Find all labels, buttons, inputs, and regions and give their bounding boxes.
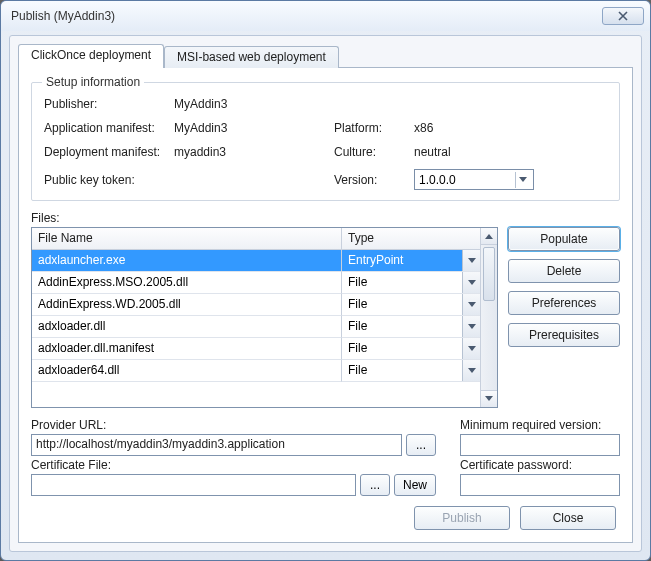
- setup-legend: Setup information: [42, 75, 144, 89]
- populate-button[interactable]: Populate: [508, 227, 620, 251]
- publish-button[interactable]: Publish: [414, 506, 510, 530]
- files-table[interactable]: File Name Type adxlauncher.exeEntryPoint…: [31, 227, 498, 408]
- files-header: File Name Type: [32, 228, 480, 250]
- chevron-down-icon[interactable]: [462, 272, 480, 293]
- chevron-down-icon[interactable]: [462, 360, 480, 381]
- file-type-value: File: [342, 316, 462, 337]
- file-name-cell: adxloader.dll.manifest: [32, 338, 342, 360]
- files-scrollbar[interactable]: [480, 228, 497, 407]
- file-type-cell[interactable]: File: [342, 272, 480, 294]
- file-type-value: EntryPoint: [342, 250, 462, 271]
- publisher-value: MyAddin3: [174, 97, 334, 111]
- provider-url-input[interactable]: http://localhost/myaddin3/myaddin3.appli…: [31, 434, 402, 456]
- certificate-new-button[interactable]: New: [394, 474, 436, 496]
- tab-msi[interactable]: MSI-based web deployment: [164, 46, 339, 68]
- dialog-footer: Publish Close: [31, 496, 620, 532]
- pubkey-label: Public key token:: [44, 173, 174, 187]
- table-row[interactable]: adxloader.dll.manifestFile: [32, 338, 480, 360]
- provider-url-browse-button[interactable]: ...: [406, 434, 436, 456]
- platform-label: Platform:: [334, 121, 414, 135]
- file-type-value: File: [342, 294, 462, 315]
- tab-label: MSI-based web deployment: [177, 50, 326, 64]
- version-value: 1.0.0.0: [419, 173, 456, 187]
- scroll-thumb[interactable]: [483, 247, 495, 301]
- files-rows: adxlauncher.exeEntryPointAddinExpress.MS…: [32, 250, 480, 407]
- prerequisites-button[interactable]: Prerequisites: [508, 323, 620, 347]
- scroll-up-button[interactable]: [481, 228, 497, 245]
- culture-label: Culture:: [334, 145, 414, 159]
- file-type-cell[interactable]: EntryPoint: [342, 250, 480, 272]
- appmanifest-value: MyAddin3: [174, 121, 334, 135]
- lower-fields: Provider URL: http://localhost/myaddin3/…: [31, 418, 620, 496]
- chevron-down-icon[interactable]: [462, 294, 480, 315]
- files-side-buttons: Populate Delete Preferences Prerequisite…: [508, 227, 620, 408]
- min-version-input[interactable]: [460, 434, 620, 456]
- appmanifest-label: Application manifest:: [44, 121, 174, 135]
- min-version-label: Minimum required version:: [460, 418, 620, 432]
- certificate-file-input[interactable]: [31, 474, 356, 496]
- client-area: ClickOnce deployment MSI-based web deplo…: [9, 35, 642, 552]
- table-row[interactable]: AddinExpress.MSO.2005.dllFile: [32, 272, 480, 294]
- table-row[interactable]: adxloader64.dllFile: [32, 360, 480, 382]
- file-type-cell[interactable]: File: [342, 316, 480, 338]
- file-type-value: File: [342, 360, 462, 381]
- certificate-browse-button[interactable]: ...: [360, 474, 390, 496]
- version-label: Version:: [334, 173, 414, 187]
- file-name-cell: adxloader64.dll: [32, 360, 342, 382]
- tab-body: Setup information Publisher: MyAddin3 Ap…: [18, 67, 633, 543]
- file-type-value: File: [342, 338, 462, 359]
- tabstrip: ClickOnce deployment MSI-based web deplo…: [18, 44, 633, 68]
- tab-label: ClickOnce deployment: [31, 48, 151, 62]
- publish-window: Publish (MyAddin3) ClickOnce deployment …: [0, 0, 651, 561]
- provider-url-field: Provider URL: http://localhost/myaddin3/…: [31, 418, 436, 456]
- file-type-cell[interactable]: File: [342, 360, 480, 382]
- culture-value: neutral: [414, 145, 607, 159]
- tab-clickonce[interactable]: ClickOnce deployment: [18, 44, 164, 68]
- scroll-down-button[interactable]: [481, 390, 497, 407]
- file-type-cell[interactable]: File: [342, 338, 480, 360]
- min-version-field: Minimum required version:: [460, 418, 620, 456]
- setup-information-group: Setup information Publisher: MyAddin3 Ap…: [31, 82, 620, 201]
- header-type[interactable]: Type: [342, 228, 480, 249]
- file-name-cell: AddinExpress.MSO.2005.dll: [32, 272, 342, 294]
- file-name-cell: adxlauncher.exe: [32, 250, 342, 272]
- table-row[interactable]: AddinExpress.WD.2005.dllFile: [32, 294, 480, 316]
- close-icon: [618, 11, 628, 21]
- preferences-button[interactable]: Preferences: [508, 291, 620, 315]
- chevron-down-icon[interactable]: [462, 338, 480, 359]
- certificate-password-label: Certificate password:: [460, 458, 620, 472]
- window-close-button[interactable]: [602, 7, 644, 25]
- header-filename[interactable]: File Name: [32, 228, 342, 249]
- scroll-track[interactable]: [481, 245, 497, 390]
- delete-button[interactable]: Delete: [508, 259, 620, 283]
- depmanifest-value: myaddin3: [174, 145, 334, 159]
- file-type-value: File: [342, 272, 462, 293]
- window-title: Publish (MyAddin3): [11, 9, 602, 23]
- certificate-file-label: Certificate File:: [31, 458, 436, 472]
- certificate-password-field: Certificate password:: [460, 458, 620, 496]
- certificate-file-field: Certificate File: ... New: [31, 458, 436, 496]
- files-section: Files: File Name Type adxlauncher.exeEnt…: [31, 211, 620, 408]
- platform-value: x86: [414, 121, 607, 135]
- table-row[interactable]: adxlauncher.exeEntryPoint: [32, 250, 480, 272]
- publisher-label: Publisher:: [44, 97, 174, 111]
- chevron-down-icon[interactable]: [462, 316, 480, 337]
- certificate-password-input[interactable]: [460, 474, 620, 496]
- close-button[interactable]: Close: [520, 506, 616, 530]
- chevron-down-icon[interactable]: [462, 250, 480, 271]
- files-label: Files:: [31, 211, 620, 225]
- file-type-cell[interactable]: File: [342, 294, 480, 316]
- version-dropdown[interactable]: 1.0.0.0: [414, 169, 534, 190]
- provider-url-label: Provider URL:: [31, 418, 436, 432]
- table-row[interactable]: adxloader.dllFile: [32, 316, 480, 338]
- depmanifest-label: Deployment manifest:: [44, 145, 174, 159]
- file-name-cell: adxloader.dll: [32, 316, 342, 338]
- titlebar: Publish (MyAddin3): [1, 1, 650, 31]
- chevron-down-icon: [515, 172, 529, 188]
- file-name-cell: AddinExpress.WD.2005.dll: [32, 294, 342, 316]
